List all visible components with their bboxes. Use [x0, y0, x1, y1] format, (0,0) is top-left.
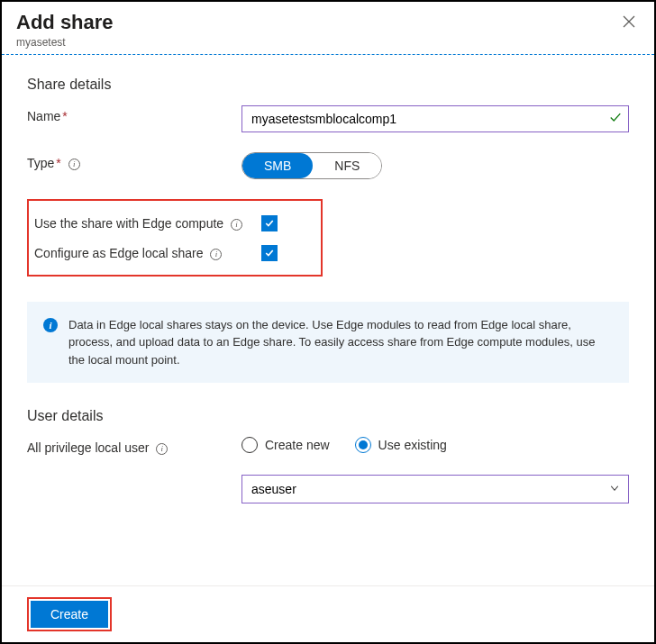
edge-local-row: Configure as Edge local share i: [34, 245, 310, 262]
edge-compute-row: Use the share with Edge compute i: [34, 215, 310, 232]
info-icon[interactable]: i: [68, 159, 80, 170]
edge-compute-label: Use the share with Edge compute i: [34, 215, 261, 232]
edge-local-label: Configure as Edge local share i: [34, 245, 261, 262]
user-radio-group: Create new Use existing: [241, 437, 629, 453]
edge-options-highlight: Use the share with Edge compute i Config…: [27, 199, 323, 277]
type-option-nfs[interactable]: NFS: [313, 153, 381, 178]
required-marker: *: [62, 109, 67, 123]
type-row: Type* i SMB NFS: [27, 152, 629, 179]
panel-subtitle: myasetest: [16, 36, 114, 49]
info-callout: i Data in Edge local shares stays on the…: [27, 302, 629, 384]
info-icon[interactable]: i: [231, 219, 242, 231]
type-toggle: SMB NFS: [241, 152, 382, 179]
info-callout-text: Data in Edge local shares stays on the d…: [68, 316, 613, 369]
required-marker: *: [56, 156, 60, 170]
panel-footer: Create: [2, 585, 654, 642]
name-label: Name*: [27, 105, 241, 123]
type-option-smb[interactable]: SMB: [242, 153, 313, 178]
edge-compute-checkbox[interactable]: [261, 215, 278, 231]
user-details-heading: User details: [27, 408, 629, 424]
info-icon[interactable]: i: [210, 249, 222, 260]
panel-body: Share details Name* Type* i S: [2, 55, 654, 585]
info-filled-icon: i: [43, 318, 58, 332]
close-icon[interactable]: [618, 11, 640, 35]
radio-create-new-label: Create new: [265, 438, 330, 452]
share-name-input[interactable]: [241, 105, 629, 132]
create-button[interactable]: Create: [31, 601, 108, 628]
name-row: Name*: [27, 105, 629, 132]
type-label: Type* i: [27, 152, 241, 170]
privilege-row: All privilege local user i Create new Us…: [27, 437, 629, 503]
radio-use-existing[interactable]: Use existing: [355, 437, 447, 453]
privilege-label: All privilege local user i: [27, 437, 241, 455]
info-icon[interactable]: i: [156, 443, 168, 455]
create-button-highlight: Create: [27, 597, 112, 631]
share-details-heading: Share details: [27, 77, 629, 93]
panel-header: Add share myasetest: [2, 2, 654, 54]
edge-local-checkbox[interactable]: [261, 245, 278, 261]
radio-create-new[interactable]: Create new: [241, 437, 330, 453]
panel-title: Add share: [16, 11, 114, 34]
user-select[interactable]: aseuser: [241, 475, 629, 503]
add-share-panel: Add share myasetest Share details Name*: [0, 0, 656, 644]
radio-use-existing-label: Use existing: [378, 438, 447, 452]
